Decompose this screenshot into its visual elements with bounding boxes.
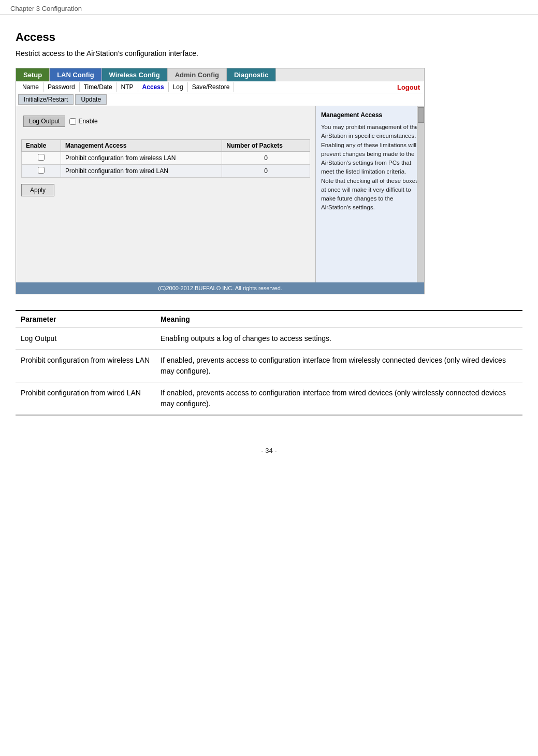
nav-tabs-row1: Setup LAN Config Wireless Config Admin C… xyxy=(16,68,424,81)
tab-update[interactable]: Update xyxy=(75,94,107,105)
param-row-log-output: Log Output Enabling outputs a log of cha… xyxy=(16,328,522,350)
enable-checkbox-label[interactable]: Enable xyxy=(69,118,97,125)
main-panel: Log Output Enable Enable Management Acce… xyxy=(16,106,424,282)
meaning-col-header: Meaning xyxy=(155,310,522,328)
tab-admin-config[interactable]: Admin Config xyxy=(168,68,227,81)
table-row: Prohibit configuration from wired LAN 0 xyxy=(22,165,310,178)
param-name-wired-lan: Prohibit configuration from wired LAN xyxy=(16,382,155,416)
scrollbar[interactable] xyxy=(417,106,424,282)
page-number: - 34 - xyxy=(16,436,522,465)
enable-label: Enable xyxy=(78,118,97,125)
chapter-title: Chapter 3 Configuration xyxy=(10,5,82,12)
col-packets: Number of Packets xyxy=(222,140,310,152)
scrollbar-thumb[interactable] xyxy=(418,107,424,123)
tab-initialize-restart[interactable]: Initialize/Restart xyxy=(18,94,74,105)
param-meaning-log-output: Enabling outputs a log of changes to acc… xyxy=(155,328,522,350)
tab-ntp[interactable]: NTP xyxy=(117,82,138,92)
page-title: Access xyxy=(16,31,522,44)
row2-packets: 0 xyxy=(222,165,310,178)
col-management-access: Management Access xyxy=(61,140,222,152)
col-enable: Enable xyxy=(22,140,61,152)
param-meaning-wireless-lan: If enabled, prevents access to configura… xyxy=(155,350,522,382)
wired-lan-checkbox[interactable] xyxy=(38,167,45,174)
logout-button[interactable]: Logout xyxy=(397,83,420,91)
param-col-header: Parameter xyxy=(16,310,155,328)
tab-name[interactable]: Name xyxy=(18,82,43,92)
param-name-wireless-lan: Prohibit configuration from wireless LAN xyxy=(16,350,155,382)
param-row-wireless-lan: Prohibit configuration from wireless LAN… xyxy=(16,350,522,382)
tab-setup[interactable]: Setup xyxy=(16,68,50,81)
log-output-button[interactable]: Log Output xyxy=(23,116,65,127)
enable-checkbox[interactable] xyxy=(69,118,76,125)
main-content: Access Restrict access to the AirStation… xyxy=(0,15,538,475)
tab-access[interactable]: Access xyxy=(138,82,169,92)
parameter-table: Parameter Meaning Log Output Enabling ou… xyxy=(16,310,522,416)
tab-timedate[interactable]: Time/Date xyxy=(80,82,117,92)
tab-save-restore[interactable]: Save/Restore xyxy=(188,82,235,92)
right-panel-tooltip: Management Access You may prohibit manag… xyxy=(315,106,424,282)
row1-enable[interactable] xyxy=(22,152,61,165)
apply-button[interactable]: Apply xyxy=(21,184,54,196)
row2-label: Prohibit configuration from wired LAN xyxy=(61,165,222,178)
access-table: Enable Management Access Number of Packe… xyxy=(21,139,310,178)
router-ui-screenshot: Setup LAN Config Wireless Config Admin C… xyxy=(16,68,425,294)
tab-wireless-config[interactable]: Wireless Config xyxy=(102,68,168,81)
tooltip-text: You may prohibit management of the AirSt… xyxy=(321,123,419,212)
table-row: Prohibit configuration from wireless LAN… xyxy=(22,152,310,165)
router-footer: (C)2000-2012 BUFFALO INC. All rights res… xyxy=(16,282,424,294)
nav-tabs-row3: Initialize/Restart Update xyxy=(16,93,424,106)
nav-tabs-row2: Name Password Time/Date NTP Access Log S… xyxy=(16,81,424,93)
row1-label: Prohibit configuration from wireless LAN xyxy=(61,152,222,165)
section-description: Restrict access to the AirStation's conf… xyxy=(16,49,522,58)
tab-diagnostic[interactable]: Diagnostic xyxy=(227,68,276,81)
tab-password[interactable]: Password xyxy=(43,82,80,92)
page-header: Chapter 3 Configuration xyxy=(0,0,538,15)
param-row-wired-lan: Prohibit configuration from wired LAN If… xyxy=(16,382,522,416)
tab-log[interactable]: Log xyxy=(169,82,188,92)
param-meaning-wired-lan: If enabled, prevents access to configura… xyxy=(155,382,522,416)
row2-enable[interactable] xyxy=(22,165,61,178)
log-output-row: Log Output Enable xyxy=(21,111,310,131)
wireless-lan-checkbox[interactable] xyxy=(38,154,45,161)
row1-packets: 0 xyxy=(222,152,310,165)
left-panel: Log Output Enable Enable Management Acce… xyxy=(16,106,315,282)
tab-lan-config[interactable]: LAN Config xyxy=(50,68,101,81)
param-name-log-output: Log Output xyxy=(16,328,155,350)
tooltip-title: Management Access xyxy=(321,111,419,119)
